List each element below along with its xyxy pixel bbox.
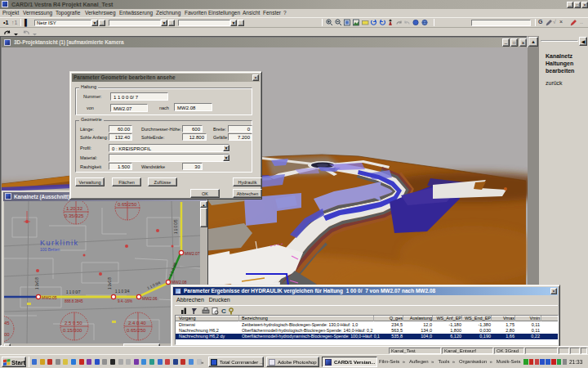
svg-text:100 Betten: 100 Betten <box>40 247 60 252</box>
svg-text:MW2.06: MW2.06 <box>142 296 158 301</box>
svg-text:45: 45 <box>4 321 10 325</box>
svg-text:9.4.-16%: 9.4.-16% <box>118 299 132 303</box>
svg-text:1.20.32: 1.20.32 <box>66 206 83 211</box>
svg-text:MW2.05: MW2.05 <box>42 295 57 300</box>
svg-text:1 1v0.8: 1 1v0.8 <box>108 277 112 289</box>
svg-text:2.5 0.50: 2.5 0.50 <box>65 321 82 325</box>
svg-text:Kurklinik: Kurklinik <box>40 239 79 247</box>
svg-text:1 1 0 0/5: 1 1 0 0/5 <box>174 219 178 234</box>
svg-text:1 1 0 3/4: 1 1 0 3/4 <box>115 289 130 294</box>
svg-text:0.35/325: 0.35/325 <box>65 213 84 218</box>
svg-text:0.65/250: 0.65/250 <box>118 202 137 207</box>
svg-text:C: C <box>221 307 226 315</box>
svg-text:MW2.07: MW2.07 <box>185 251 200 256</box>
svg-text:0.15/300: 0.15/300 <box>63 328 82 333</box>
svg-text:888.8.3845: 888.8.3845 <box>65 299 83 303</box>
svg-text:00: 00 <box>4 332 10 337</box>
svg-text:0.65/250: 0.65/250 <box>127 328 146 333</box>
svg-text:1 1 0 0/7: 1 1 0 0/7 <box>66 290 81 294</box>
svg-text:2.4 0.40: 2.4 0.40 <box>128 321 146 325</box>
svg-text:1 1v0.8: 1 1v0.8 <box>35 277 39 289</box>
